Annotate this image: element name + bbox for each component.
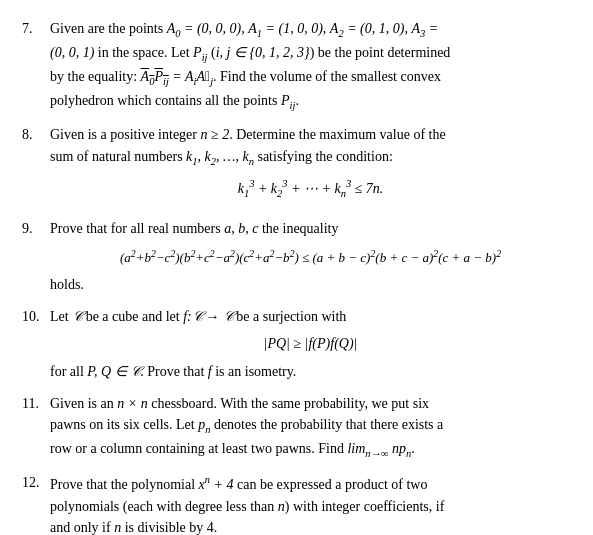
problem-number-12: 12. bbox=[22, 472, 50, 535]
problem-content-8: Given is a positive integer n ≥ 2. Deter… bbox=[50, 124, 571, 207]
problem-9: 9. Prove that for all real numbers a, b,… bbox=[22, 218, 571, 296]
problem-content-12: Prove that the polynomial xn + 4 can be … bbox=[50, 472, 571, 535]
problem-content-7: Given are the points A0 = (0, 0, 0), A1 … bbox=[50, 18, 571, 114]
problem-number-11: 11. bbox=[22, 393, 50, 463]
problem-7: 7. Given are the points A0 = (0, 0, 0), … bbox=[22, 18, 571, 114]
problem-12: 12. Prove that the polynomial xn + 4 can… bbox=[22, 472, 571, 535]
problem-content-9: Prove that for all real numbers a, b, c … bbox=[50, 218, 571, 296]
problem-number-8: 8. bbox=[22, 124, 50, 207]
problem-number-9: 9. bbox=[22, 218, 50, 296]
problem-number-7: 7. bbox=[22, 18, 50, 114]
problem-content-11: Given is an n × n chessboard. With the s… bbox=[50, 393, 571, 463]
formula-10: |PQ| ≥ |f(P)f(Q)| bbox=[50, 333, 571, 355]
problem-11: 11. Given is an n × n chessboard. With t… bbox=[22, 393, 571, 463]
formula-9: (a2+b2−c2)(b2+c2−a2)(c2+a2−b2) ≤ (a + b … bbox=[50, 245, 571, 267]
and-text: and bbox=[50, 520, 70, 535]
problem-10: 10. Let 𝒞 be a cube and let f:𝒞 → 𝒞 be a… bbox=[22, 306, 571, 383]
formula-8: k13 + k23 + ⋯ + kn3 ≤ 7n. bbox=[50, 176, 571, 202]
problem-content-10: Let 𝒞 be a cube and let f:𝒞 → 𝒞 be a sur… bbox=[50, 306, 571, 383]
problem-8: 8. Given is a positive integer n ≥ 2. De… bbox=[22, 124, 571, 207]
problem-number-10: 10. bbox=[22, 306, 50, 383]
